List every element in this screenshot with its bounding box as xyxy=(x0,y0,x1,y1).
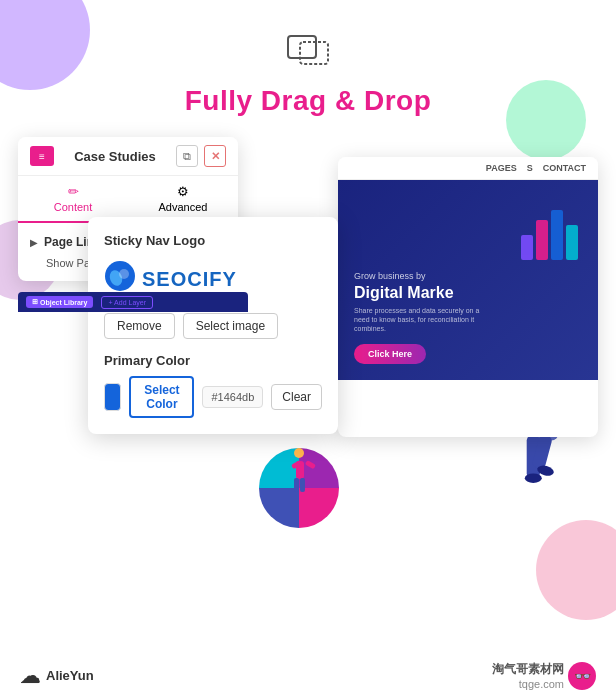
clear-button[interactable]: Clear xyxy=(271,384,322,410)
alieyun-brand-text: AliеYun xyxy=(46,668,94,683)
tqge-url: tqge.com xyxy=(492,678,564,690)
header-section: Fully Drag & Drop xyxy=(185,30,432,117)
case-studies-title: Case Studies xyxy=(74,149,156,164)
seocify-text: SEOCIFY xyxy=(142,268,237,291)
nav-s[interactable]: S xyxy=(527,163,533,173)
tab-advanced[interactable]: ⚙ Advanced xyxy=(128,176,238,221)
primary-color-title: Primary Color xyxy=(104,353,322,368)
panel-sticky-nav: Sticky Nav Logo SEOCIFY Remove Select im… xyxy=(88,217,338,434)
svg-point-4 xyxy=(119,269,129,279)
website-nav: PAGES S CONTACT xyxy=(338,157,598,180)
pie-chart-illustration xyxy=(254,443,344,537)
bar-chart-illustration xyxy=(516,200,586,269)
nav-pages[interactable]: PAGES xyxy=(486,163,517,173)
remove-button[interactable]: Remove xyxy=(104,313,175,339)
object-library-label: Object Library xyxy=(40,299,87,306)
advanced-tab-label: Advanced xyxy=(159,201,208,213)
color-row: Select Color #1464db Clear xyxy=(104,376,322,418)
website-body: Grow business by Digital Marke Share pro… xyxy=(338,180,598,380)
select-image-button[interactable]: Select image xyxy=(183,313,278,339)
panels-container: ≡ Case Studies ⧉ ✕ ✏ Content ⚙ Advanced xyxy=(18,137,598,557)
tqge-chinese-text: 淘气哥素材网 xyxy=(492,661,564,678)
add-layer-button[interactable]: + Add Layer xyxy=(101,296,153,309)
drag-drop-icon xyxy=(286,30,330,77)
panel-website: PAGES S CONTACT Grow business by Digital… xyxy=(338,157,598,437)
website-small-text: Grow business by xyxy=(354,271,484,281)
tab-content[interactable]: ✏ Content xyxy=(18,176,128,223)
page-title: Fully Drag & Drop xyxy=(185,85,432,117)
main-container: Fully Drag & Drop ≡ Case Studies ⧉ ✕ ✏ xyxy=(0,0,616,700)
website-text-block: Grow business by Digital Marke Share pro… xyxy=(354,271,484,364)
website-desc: Share processes and data securely on a n… xyxy=(354,306,484,333)
color-swatch[interactable] xyxy=(104,383,121,411)
alieyun-brand: ☁ AliеYun xyxy=(20,664,94,688)
object-library-bar: ⊞ Object Library + Add Layer xyxy=(18,292,248,312)
svg-rect-24 xyxy=(294,478,299,492)
menu-button[interactable]: ≡ xyxy=(30,146,54,166)
website-big-text: Digital Marke xyxy=(354,283,484,302)
triangle-icon: ▶ xyxy=(30,237,38,248)
panel-header-icons: ⧉ ✕ xyxy=(176,145,226,167)
alieyun-cloud-icon: ☁ xyxy=(20,664,40,688)
svg-rect-0 xyxy=(288,36,316,58)
svg-point-17 xyxy=(525,473,542,482)
content-tab-icon: ✏ xyxy=(68,184,79,199)
color-hex-value: #1464db xyxy=(202,386,263,408)
website-cta-button[interactable]: Click Here xyxy=(354,344,426,364)
object-library-icon: ⊞ xyxy=(32,298,38,306)
add-layer-label: + Add Layer xyxy=(108,299,146,306)
svg-rect-25 xyxy=(300,478,305,492)
svg-rect-8 xyxy=(566,225,578,260)
select-color-button[interactable]: Select Color xyxy=(129,376,194,418)
svg-rect-6 xyxy=(536,220,548,260)
tqge-logo-icon: 👓 xyxy=(568,662,596,690)
sticky-nav-title: Sticky Nav Logo xyxy=(104,233,322,248)
tqge-brand: 淘气哥素材网 tqge.com 👓 xyxy=(492,661,596,690)
nav-contact[interactable]: CONTACT xyxy=(543,163,586,173)
advanced-tab-icon: ⚙ xyxy=(177,184,189,199)
svg-rect-7 xyxy=(551,210,563,260)
action-btn-row: Remove Select image xyxy=(104,313,322,339)
close-button[interactable]: ✕ xyxy=(204,145,226,167)
svg-rect-1 xyxy=(300,42,328,64)
object-library-button[interactable]: ⊞ Object Library xyxy=(26,296,93,308)
svg-rect-5 xyxy=(521,235,533,260)
svg-point-20 xyxy=(294,448,304,458)
content-tab-label: Content xyxy=(54,201,93,213)
copy-button[interactable]: ⧉ xyxy=(176,145,198,167)
panel-tabs: ✏ Content ⚙ Advanced xyxy=(18,176,238,223)
watermark-bottom: ☁ AliеYun 淘气哥素材网 tqge.com 👓 xyxy=(0,661,616,690)
panel-case-studies-header: ≡ Case Studies ⧉ ✕ xyxy=(18,137,238,176)
